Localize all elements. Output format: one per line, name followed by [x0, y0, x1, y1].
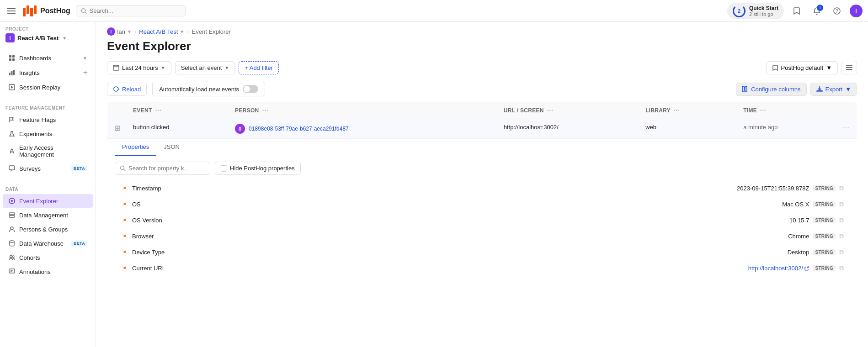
prop-name-device-type: Device Type — [132, 249, 788, 256]
prop-type-os: STRING — [813, 201, 836, 207]
svg-line-5 — [85, 12, 86, 13]
quick-start-text: Quick Start 2 still to go — [749, 5, 778, 17]
select-event-button[interactable]: Select an event ▼ — [175, 61, 235, 74]
svg-rect-23 — [9, 216, 15, 217]
svg-rect-35 — [846, 65, 852, 66]
search-icon — [81, 8, 87, 14]
early-access-label: Early Access Management — [19, 144, 87, 158]
row-menu-cell[interactable]: ⋯ — [836, 119, 857, 139]
svg-rect-11 — [12, 58, 15, 61]
row-event-cell: button clicked — [128, 119, 229, 139]
grid-icon — [8, 54, 16, 62]
time-value: a minute ago — [743, 124, 777, 131]
insights-plus-icon[interactable]: + — [83, 68, 87, 77]
copy-current-url-icon[interactable]: ⧉ — [839, 264, 844, 272]
sidebar-item-insights[interactable]: Insights + — [3, 65, 93, 80]
copy-timestamp-icon[interactable]: ⧉ — [839, 184, 844, 192]
help-button[interactable]: ? — [830, 4, 844, 18]
sidebar-item-persons[interactable]: Persons & Groups — [3, 222, 93, 236]
copy-os-version-icon[interactable]: ⧉ — [839, 216, 844, 224]
sidebar-item-feature-flags[interactable]: Feature Flags — [3, 113, 93, 126]
row-menu-icon[interactable]: ⋯ — [841, 124, 851, 131]
logo-area: PostHog — [23, 5, 70, 16]
sidebar-item-surveys[interactable]: Surveys BETA — [3, 162, 93, 175]
search-input[interactable] — [90, 7, 181, 14]
row-url-cell: http://localhost:3002/ — [498, 119, 640, 139]
event-col-menu-icon[interactable]: ⋯ — [155, 107, 161, 114]
person-col-menu-icon[interactable]: ⋯ — [262, 107, 268, 114]
copy-os-icon[interactable]: ⧉ — [839, 200, 844, 208]
comment-icon — [8, 165, 16, 172]
cohorts-label: Cohorts — [19, 254, 87, 261]
breadcrumb-page-name: Event Explorer — [192, 28, 231, 35]
th-library: LIBRARY⋯ — [640, 102, 738, 119]
tab-properties[interactable]: Properties — [115, 139, 156, 156]
property-search-row: Hide PostHog properties — [115, 162, 849, 175]
table-header-row: EVENT⋯ PERSON⋯ URL / SCREEN⋯ LIBRARY⋯ TI — [107, 102, 857, 119]
notifications-button[interactable]: 1 — [809, 4, 824, 18]
quick-start-button[interactable]: 2 Quick Start 2 still to go — [727, 3, 784, 19]
table-header: EVENT⋯ PERSON⋯ URL / SCREEN⋯ LIBRARY⋯ TI — [107, 102, 857, 119]
sidebar-item-dashboards[interactable]: Dashboards ▼ — [3, 51, 93, 65]
tab-json[interactable]: JSON — [156, 139, 187, 156]
sidebar-item-cohorts[interactable]: Cohorts — [3, 251, 93, 264]
bookmark-button[interactable] — [789, 4, 804, 18]
main-content: I Ian ▼ › React A/B Test ▼ › Event Explo… — [96, 22, 868, 347]
calendar-icon — [113, 64, 119, 71]
copy-browser-icon[interactable]: ⧉ — [839, 232, 844, 240]
columns-settings-button[interactable] — [841, 61, 857, 74]
sidebar-item-early-access[interactable]: Early Access Management — [3, 141, 93, 161]
action-bar: Reload Automatically load new events Con… — [96, 82, 868, 102]
hamburger-menu[interactable] — [5, 6, 17, 16]
sidebar-item-data-management[interactable]: Data Management — [3, 208, 93, 222]
time-col-menu-icon[interactable]: ⋯ — [760, 107, 766, 114]
sidebar-item-session-replay[interactable]: Session Replay — [3, 80, 93, 94]
event-url: http://localhost:3002/ — [504, 124, 559, 131]
reload-button[interactable]: Reload — [107, 83, 147, 96]
configure-columns-icon — [742, 86, 748, 92]
project-selector[interactable]: I React A/B Test ▼ — [5, 33, 90, 42]
property-search-input[interactable] — [128, 165, 205, 172]
row-expand-icon[interactable] — [113, 124, 122, 133]
add-filter-button[interactable]: + Add filter — [239, 61, 279, 74]
sidebar-item-event-explorer[interactable]: Event Explorer — [3, 194, 93, 208]
select-event-caret-icon: ▼ — [224, 65, 229, 70]
sidebar-item-experiments[interactable]: Experiments — [3, 127, 93, 141]
sidebar-item-annotations[interactable]: Annotations — [3, 265, 93, 279]
nav-right: 2 Quick Start 2 still to go 1 ? I — [727, 3, 863, 19]
date-range-button[interactable]: Last 24 hours ▼ — [107, 61, 171, 74]
breadcrumb-project[interactable]: React A/B Test ▼ — [139, 28, 184, 35]
table-row[interactable]: button clicked 0 01898e08-53ff-79ae-b627… — [107, 119, 857, 139]
external-link-icon — [804, 266, 809, 271]
auto-load-toggle[interactable] — [243, 85, 258, 93]
th-person: PERSON⋯ — [229, 102, 498, 119]
global-search-bar[interactable] — [76, 5, 186, 16]
export-icon — [816, 86, 823, 92]
date-range-label: Last 24 hours — [122, 64, 158, 71]
svg-rect-39 — [745, 86, 747, 92]
export-button[interactable]: Export ▼ — [810, 83, 857, 96]
breadcrumb-user[interactable]: I Ian ▼ — [107, 27, 132, 36]
main-layout: PROJECT I React A/B Test ▼ Dashboards ▼ … — [0, 22, 868, 347]
hide-posthog-checkbox[interactable] — [221, 165, 227, 172]
prop-value-current-url[interactable]: http://localhost:3002/ — [748, 265, 809, 272]
configure-columns-button[interactable]: Configure columns — [736, 83, 806, 96]
library-col-menu-icon[interactable]: ⋯ — [673, 107, 680, 114]
row-expand-cell[interactable] — [107, 119, 128, 139]
person-link[interactable]: 01898e08-53ff-79ae-b627-aeca291fd487 — [249, 126, 349, 132]
breadcrumb-user-avatar: I — [107, 27, 115, 36]
copy-device-type-icon[interactable]: ⧉ — [839, 248, 844, 256]
database-icon — [8, 240, 16, 247]
url-col-menu-icon[interactable]: ⋯ — [547, 107, 553, 114]
toolbar-right: PostHog default ▼ — [766, 61, 857, 74]
app-title: PostHog — [40, 7, 70, 15]
posthog-default-button[interactable]: PostHog default ▼ — [766, 61, 838, 74]
svg-rect-13 — [11, 71, 13, 75]
user-avatar[interactable]: I — [850, 5, 863, 17]
th-url: URL / SCREEN⋯ — [498, 102, 640, 119]
hide-posthog-control[interactable]: Hide PostHog properties — [215, 162, 301, 175]
sidebar-item-data-warehouse[interactable]: Data Warehouse BETA — [3, 237, 93, 250]
event-table-container: EVENT⋯ PERSON⋯ URL / SCREEN⋯ LIBRARY⋯ TI — [96, 102, 868, 284]
svg-rect-22 — [9, 213, 15, 215]
property-search-box[interactable] — [115, 162, 210, 175]
